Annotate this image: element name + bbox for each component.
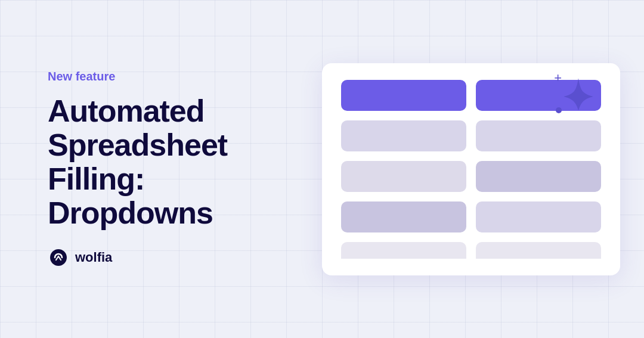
- plus-icon: +: [554, 70, 562, 86]
- cell-partial-2: [476, 242, 601, 259]
- left-panel: New feature Automated Spreadsheet Fillin…: [48, 70, 274, 269]
- spreadsheet-row-4: [341, 201, 601, 232]
- spreadsheet-row-3: [341, 161, 601, 192]
- cell-4-1: [341, 201, 466, 232]
- wolfia-logo-icon: [48, 247, 69, 268]
- sparkle-decoration: +: [561, 75, 596, 113]
- cell-3-2: [476, 161, 601, 192]
- right-panel: +: [322, 63, 620, 275]
- cell-1-1: [341, 80, 466, 111]
- logo-text: wolfia: [75, 250, 112, 265]
- sparkle-dot: [556, 107, 562, 113]
- spreadsheet-row-partial: [341, 242, 601, 259]
- cell-3-1: [341, 161, 466, 192]
- main-title: Automated Spreadsheet Filling: Dropdowns: [48, 94, 274, 231]
- cell-2-2: [476, 120, 601, 151]
- cell-partial-1: [341, 242, 466, 259]
- spreadsheet-row-2: [341, 120, 601, 151]
- cell-4-2: [476, 201, 601, 232]
- content-wrapper: New feature Automated Spreadsheet Fillin…: [0, 0, 644, 338]
- badge-label: New feature: [48, 70, 274, 83]
- cell-2-1: [341, 120, 466, 151]
- sparkle-icon: [561, 75, 596, 111]
- logo-row: wolfia: [48, 247, 274, 268]
